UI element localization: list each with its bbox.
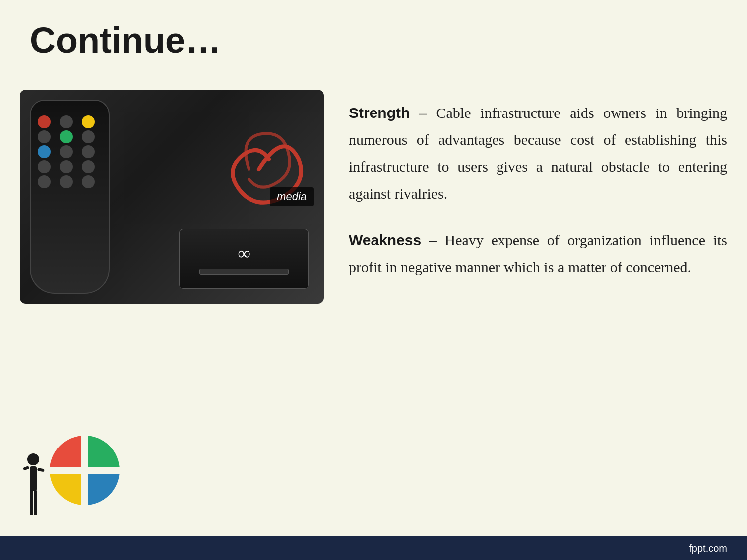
weakness-section: Weakness – Heavy expense of organization… <box>349 227 727 281</box>
svg-point-0 <box>27 453 39 465</box>
footer-text: fppt.com <box>689 543 727 554</box>
media-badge: media <box>270 187 314 206</box>
svg-rect-3 <box>34 490 37 515</box>
logo-area <box>20 421 129 520</box>
device-image: ∞ media <box>20 90 324 304</box>
svg-point-8 <box>81 466 89 474</box>
bottom-bar: fppt.com <box>0 536 747 560</box>
left-column: ∞ media <box>20 90 329 304</box>
set-top-box: ∞ <box>179 229 309 289</box>
infinity-symbol: ∞ <box>238 243 250 264</box>
svg-rect-4 <box>23 466 29 471</box>
page-title: Continue… <box>30 20 221 61</box>
weakness-paragraph: Weakness – Heavy expense of organization… <box>349 227 727 281</box>
right-column: Strength – Cable infrastructure aids own… <box>349 100 727 281</box>
svg-rect-2 <box>30 490 33 515</box>
person-silhouette-icon <box>20 450 47 520</box>
remote-control <box>30 100 110 294</box>
svg-rect-1 <box>30 466 37 491</box>
strength-section: Strength – Cable infrastructure aids own… <box>349 100 727 207</box>
windows-logo-icon <box>40 426 129 515</box>
weakness-label: Weakness <box>349 232 421 248</box>
strength-paragraph: Strength – Cable infrastructure aids own… <box>349 100 727 207</box>
device-slot <box>199 269 289 275</box>
strength-label: Strength <box>349 105 410 121</box>
slide: Continue… ∞ <box>0 0 747 560</box>
svg-rect-5 <box>37 468 45 472</box>
